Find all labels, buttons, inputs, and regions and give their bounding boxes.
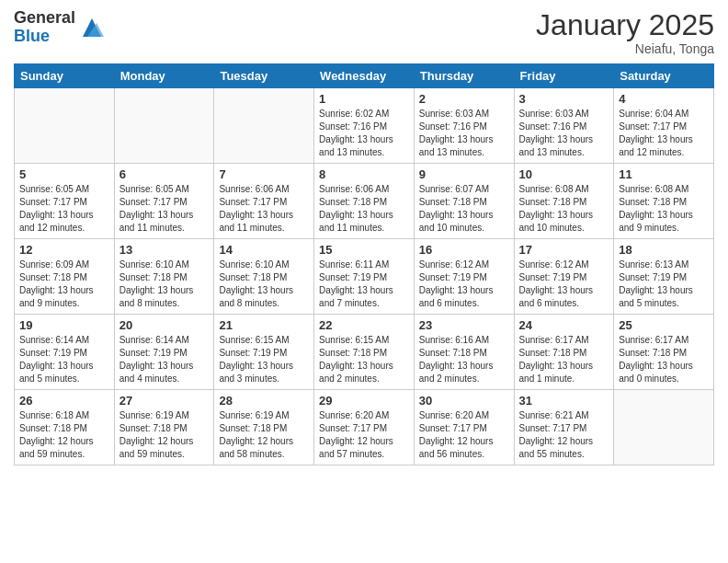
calendar-cell: 23Sunrise: 6:16 AM Sunset: 7:18 PM Dayli… [414, 315, 514, 390]
col-monday: Monday [114, 64, 214, 88]
calendar-cell: 8Sunrise: 6:06 AM Sunset: 7:18 PM Daylig… [314, 164, 415, 239]
day-number: 9 [419, 167, 509, 181]
day-info: Sunrise: 6:10 AM Sunset: 7:18 PM Dayligh… [219, 259, 309, 310]
logo-general: General [14, 9, 75, 28]
day-number: 4 [619, 92, 709, 106]
calendar-cell: 16Sunrise: 6:12 AM Sunset: 7:19 PM Dayli… [414, 239, 514, 315]
calendar-cell: 25Sunrise: 6:17 AM Sunset: 7:18 PM Dayli… [614, 315, 714, 390]
calendar-cell: 20Sunrise: 6:14 AM Sunset: 7:19 PM Dayli… [114, 315, 214, 390]
calendar-cell [614, 390, 714, 465]
calendar-cell: 26Sunrise: 6:18 AM Sunset: 7:18 PM Dayli… [15, 390, 115, 465]
day-info: Sunrise: 6:06 AM Sunset: 7:18 PM Dayligh… [319, 183, 409, 235]
day-number: 29 [319, 394, 409, 408]
calendar-week-5: 26Sunrise: 6:18 AM Sunset: 7:18 PM Dayli… [15, 390, 714, 465]
day-number: 27 [119, 394, 210, 408]
day-number: 14 [219, 243, 309, 257]
day-number: 6 [119, 167, 210, 181]
day-info: Sunrise: 6:19 AM Sunset: 7:18 PM Dayligh… [119, 409, 210, 461]
logo-icon [78, 14, 106, 41]
day-number: 13 [119, 243, 210, 257]
day-number: 20 [119, 318, 210, 332]
calendar-cell: 18Sunrise: 6:13 AM Sunset: 7:19 PM Dayli… [614, 239, 714, 315]
calendar-cell: 30Sunrise: 6:20 AM Sunset: 7:17 PM Dayli… [414, 390, 514, 465]
calendar-header-row: Sunday Monday Tuesday Wednesday Thursday… [15, 64, 714, 88]
day-info: Sunrise: 6:08 AM Sunset: 7:18 PM Dayligh… [619, 183, 709, 235]
day-info: Sunrise: 6:21 AM Sunset: 7:17 PM Dayligh… [519, 409, 609, 461]
day-number: 21 [219, 318, 309, 332]
col-thursday: Thursday [414, 64, 514, 88]
calendar-cell [114, 88, 214, 164]
calendar-week-1: 1Sunrise: 6:02 AM Sunset: 7:16 PM Daylig… [15, 88, 714, 164]
title-section: January 2025 Neiafu, Tonga [536, 9, 714, 56]
day-number: 25 [619, 318, 709, 332]
day-number: 5 [19, 167, 109, 181]
day-info: Sunrise: 6:12 AM Sunset: 7:19 PM Dayligh… [519, 259, 609, 310]
col-sunday: Sunday [15, 64, 115, 88]
calendar-cell: 24Sunrise: 6:17 AM Sunset: 7:18 PM Dayli… [514, 315, 614, 390]
calendar-cell: 10Sunrise: 6:08 AM Sunset: 7:18 PM Dayli… [514, 164, 614, 239]
day-info: Sunrise: 6:16 AM Sunset: 7:18 PM Dayligh… [419, 334, 509, 385]
day-info: Sunrise: 6:17 AM Sunset: 7:18 PM Dayligh… [619, 334, 709, 385]
day-number: 12 [19, 243, 109, 257]
calendar-cell: 22Sunrise: 6:15 AM Sunset: 7:18 PM Dayli… [314, 315, 415, 390]
day-info: Sunrise: 6:06 AM Sunset: 7:17 PM Dayligh… [219, 183, 309, 235]
day-info: Sunrise: 6:08 AM Sunset: 7:18 PM Dayligh… [519, 183, 609, 235]
calendar-cell: 21Sunrise: 6:15 AM Sunset: 7:19 PM Dayli… [214, 315, 314, 390]
calendar-cell: 29Sunrise: 6:20 AM Sunset: 7:17 PM Dayli… [314, 390, 415, 465]
day-info: Sunrise: 6:19 AM Sunset: 7:18 PM Dayligh… [219, 409, 309, 461]
day-info: Sunrise: 6:20 AM Sunset: 7:17 PM Dayligh… [419, 409, 509, 461]
day-number: 28 [219, 394, 309, 408]
day-number: 18 [619, 243, 709, 257]
calendar-cell: 9Sunrise: 6:07 AM Sunset: 7:18 PM Daylig… [414, 164, 514, 239]
day-number: 7 [219, 167, 309, 181]
day-info: Sunrise: 6:14 AM Sunset: 7:19 PM Dayligh… [19, 334, 109, 385]
calendar-cell: 28Sunrise: 6:19 AM Sunset: 7:18 PM Dayli… [214, 390, 314, 465]
day-number: 31 [519, 394, 609, 408]
day-info: Sunrise: 6:17 AM Sunset: 7:18 PM Dayligh… [519, 334, 609, 385]
day-info: Sunrise: 6:15 AM Sunset: 7:19 PM Dayligh… [219, 334, 309, 385]
header: General Blue January 2025 Neiafu, Tonga [14, 9, 714, 56]
month-title: January 2025 [536, 9, 714, 41]
logo: General Blue [14, 9, 106, 46]
calendar-cell: 1Sunrise: 6:02 AM Sunset: 7:16 PM Daylig… [314, 88, 415, 164]
day-info: Sunrise: 6:11 AM Sunset: 7:19 PM Dayligh… [319, 259, 409, 310]
calendar-cell [214, 88, 314, 164]
day-info: Sunrise: 6:10 AM Sunset: 7:18 PM Dayligh… [119, 259, 210, 310]
calendar-cell: 19Sunrise: 6:14 AM Sunset: 7:19 PM Dayli… [15, 315, 115, 390]
day-info: Sunrise: 6:20 AM Sunset: 7:17 PM Dayligh… [319, 409, 409, 461]
day-number: 11 [619, 167, 709, 181]
calendar-cell: 31Sunrise: 6:21 AM Sunset: 7:17 PM Dayli… [514, 390, 614, 465]
day-number: 19 [19, 318, 109, 332]
col-friday: Friday [514, 64, 614, 88]
day-number: 15 [319, 243, 409, 257]
calendar-week-4: 19Sunrise: 6:14 AM Sunset: 7:19 PM Dayli… [15, 315, 714, 390]
calendar-cell: 7Sunrise: 6:06 AM Sunset: 7:17 PM Daylig… [214, 164, 314, 239]
calendar-cell: 5Sunrise: 6:05 AM Sunset: 7:17 PM Daylig… [15, 164, 115, 239]
day-info: Sunrise: 6:07 AM Sunset: 7:18 PM Dayligh… [419, 183, 509, 235]
day-info: Sunrise: 6:05 AM Sunset: 7:17 PM Dayligh… [19, 183, 109, 235]
calendar-week-3: 12Sunrise: 6:09 AM Sunset: 7:18 PM Dayli… [15, 239, 714, 315]
day-info: Sunrise: 6:02 AM Sunset: 7:16 PM Dayligh… [319, 108, 409, 159]
col-wednesday: Wednesday [314, 64, 415, 88]
day-number: 30 [419, 394, 509, 408]
day-number: 17 [519, 243, 609, 257]
day-number: 23 [419, 318, 509, 332]
day-info: Sunrise: 6:12 AM Sunset: 7:19 PM Dayligh… [419, 259, 509, 310]
day-info: Sunrise: 6:18 AM Sunset: 7:18 PM Dayligh… [19, 409, 109, 461]
day-number: 10 [519, 167, 609, 181]
day-info: Sunrise: 6:14 AM Sunset: 7:19 PM Dayligh… [119, 334, 210, 385]
calendar-cell: 15Sunrise: 6:11 AM Sunset: 7:19 PM Dayli… [314, 239, 415, 315]
day-number: 1 [319, 92, 409, 106]
calendar-table: Sunday Monday Tuesday Wednesday Thursday… [14, 63, 714, 465]
logo-blue: Blue [14, 28, 75, 46]
day-info: Sunrise: 6:15 AM Sunset: 7:18 PM Dayligh… [319, 334, 409, 385]
logo-text: General Blue [14, 9, 75, 46]
day-info: Sunrise: 6:13 AM Sunset: 7:19 PM Dayligh… [619, 259, 709, 310]
day-number: 2 [419, 92, 509, 106]
day-info: Sunrise: 6:03 AM Sunset: 7:16 PM Dayligh… [419, 108, 509, 159]
day-number: 3 [519, 92, 609, 106]
calendar-cell: 27Sunrise: 6:19 AM Sunset: 7:18 PM Dayli… [114, 390, 214, 465]
day-number: 22 [319, 318, 409, 332]
calendar-cell: 11Sunrise: 6:08 AM Sunset: 7:18 PM Dayli… [614, 164, 714, 239]
calendar-cell: 2Sunrise: 6:03 AM Sunset: 7:16 PM Daylig… [414, 88, 514, 164]
